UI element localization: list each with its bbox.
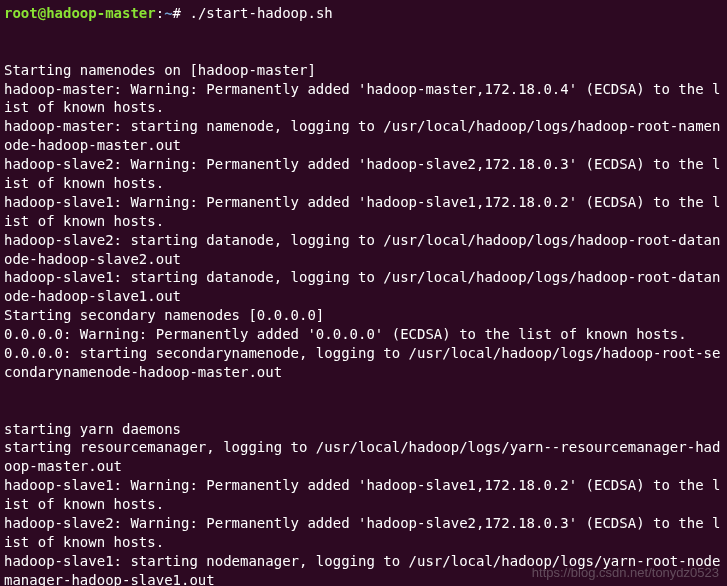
output-line: starting yarn daemons: [4, 421, 181, 437]
output-line: hadoop-slave1: Warning: Permanently adde…: [4, 194, 720, 229]
terminal-window[interactable]: root@hadoop-master:~# ./start-hadoop.sh …: [4, 4, 723, 586]
watermark-text: https://blog.csdn.net/tonydz0523: [532, 564, 719, 582]
output-line: hadoop-master: Warning: Permanently adde…: [4, 81, 720, 116]
prompt-path: ~: [164, 5, 172, 21]
output-line: 0.0.0.0: Warning: Permanently added '0.0…: [4, 326, 687, 342]
output-line: hadoop-slave1: Warning: Permanently adde…: [4, 477, 720, 512]
command-input: ./start-hadoop.sh: [189, 5, 332, 21]
output-line: hadoop-slave2: starting datanode, loggin…: [4, 232, 720, 267]
output-line: hadoop-master: starting namenode, loggin…: [4, 118, 720, 153]
output-line: hadoop-slave2: Warning: Permanently adde…: [4, 515, 720, 550]
output-line: starting resourcemanager, logging to /us…: [4, 439, 720, 474]
prompt-separator: :: [156, 5, 164, 21]
prompt-symbol: #: [173, 5, 181, 21]
output-line: 0.0.0.0: starting secondarynamenode, log…: [4, 345, 720, 380]
output-line: Starting secondary namenodes [0.0.0.0]: [4, 307, 324, 323]
prompt-user-host: root@hadoop-master: [4, 5, 156, 21]
output-line: hadoop-slave2: Warning: Permanently adde…: [4, 156, 720, 191]
output-line: hadoop-slave1: starting datanode, loggin…: [4, 269, 720, 304]
output-line: Starting namenodes on [hadoop-master]: [4, 62, 316, 78]
